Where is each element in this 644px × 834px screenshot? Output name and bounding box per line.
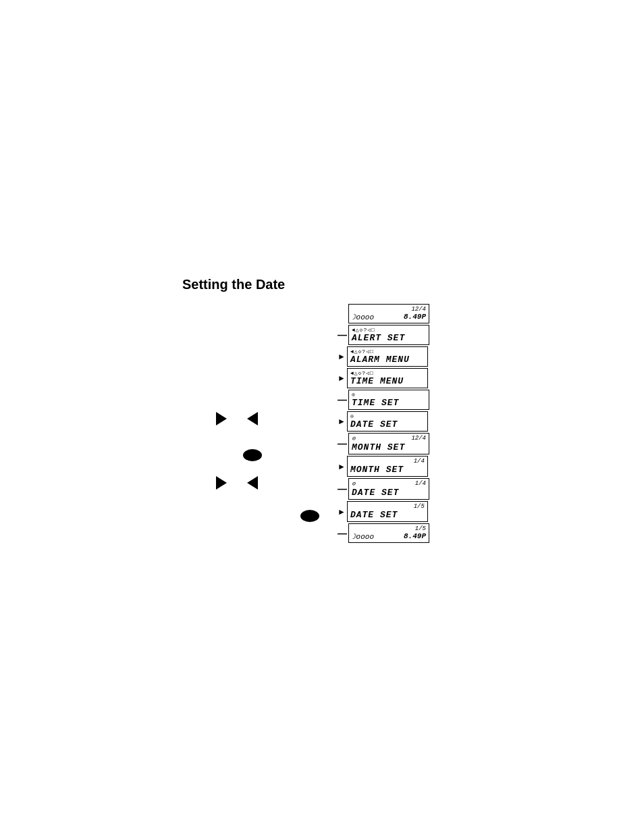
display-icon-4: ⊙ (352, 392, 426, 398)
display-box-2: ◄△◇?◁□ ALARM MENU (347, 346, 428, 367)
display-main-4: TIME SET (352, 398, 426, 408)
display-row-10: — 1/5 ☽oooo 8.49P (338, 523, 446, 543)
display-row-9: ► 1/5 DATE SET (338, 501, 446, 522)
display-main-1: ALERT SET (352, 333, 426, 343)
display-box-9: 1/5 DATE SET (347, 501, 428, 522)
display-icon-6: ⊙ (352, 435, 355, 442)
display-box-7: 1/4 MONTH SET (347, 456, 428, 477)
indicator-dash-8: — (338, 484, 347, 494)
display-row-3: ► ◄△◇?◁□ TIME MENU (338, 368, 446, 388)
display-top-9: 1/5 (350, 503, 425, 510)
display-icon-0: ☽oooo (352, 313, 374, 321)
arrow-right-bottom (216, 476, 227, 490)
display-row-5: ► ⊙ DATE SET (338, 411, 446, 432)
display-box-5: ⊙ DATE SET (347, 411, 428, 432)
display-icon-1: ◄△◇?◁□ (352, 327, 426, 333)
arrow-right-top (216, 412, 227, 425)
indicator-arrow-3: ► (338, 373, 346, 383)
display-icon-8: ⊙ (352, 480, 355, 488)
indicator-arrow-5: ► (338, 417, 346, 426)
display-top-6: 12/4 (411, 435, 426, 442)
display-box-4: ⊙ TIME SET (348, 390, 429, 410)
display-main-7: MONTH SET (350, 465, 425, 475)
page-title: Setting the Date (182, 277, 285, 292)
indicator-dash-4: — (338, 394, 347, 405)
indicator-dash-1: — (338, 330, 347, 340)
display-box-3: ◄△◇?◁□ TIME MENU (347, 368, 428, 388)
display-top-10: 1/5 (352, 525, 426, 532)
display-main-3: TIME MENU (350, 376, 425, 386)
display-icon-2: ◄△◇?◁□ (350, 348, 425, 355)
display-top-7: 1/4 (350, 458, 425, 465)
display-box-1: ◄△◇?◁□ ALERT SET (348, 325, 429, 345)
arrow-left-top (247, 412, 258, 425)
display-box-6: ⊙ 12/4 MONTH SET (348, 433, 429, 454)
display-icon-5: ⊙ (350, 413, 425, 419)
top-arrows-group (216, 412, 258, 425)
display-row-6: — ⊙ 12/4 MONTH SET (338, 433, 446, 454)
indicator-arrow-9: ► (338, 507, 346, 517)
displays-list: 12/4 ☽oooo 8.49P — ◄△◇?◁□ ALERT SET ► ◄△… (338, 304, 446, 544)
display-main-10: 8.49P (404, 532, 426, 541)
indicator-dash-6: — (338, 438, 347, 449)
display-row-2: ► ◄△◇?◁□ ALARM MENU (338, 346, 446, 367)
display-row-1: — ◄△◇?◁□ ALERT SET (338, 325, 446, 345)
display-box-10: 1/5 ☽oooo 8.49P (348, 523, 429, 543)
bottom-oval-button (300, 510, 319, 522)
display-row-4: — ⊙ TIME SET (338, 390, 446, 410)
display-main-6: MONTH SET (352, 442, 426, 452)
display-main-2: ALARM MENU (350, 355, 425, 365)
display-top-0: 12/4 (352, 306, 426, 313)
display-row-8: — ⊙ 1/4 DATE SET (338, 478, 446, 500)
indicator-dash-10: — (338, 528, 347, 539)
display-icon-3: ◄△◇?◁□ (350, 370, 425, 376)
display-icon-10: ☽oooo (352, 532, 374, 541)
display-box-8: ⊙ 1/4 DATE SET (348, 478, 429, 500)
diagram-container: 12/4 ☽oooo 8.49P — ◄△◇?◁□ ALERT SET ► ◄△… (176, 304, 479, 533)
display-main-9: DATE SET (350, 510, 425, 520)
display-main-5: DATE SET (350, 419, 425, 429)
indicator-arrow-7: ► (338, 462, 346, 471)
middle-oval-button (243, 449, 262, 461)
display-box-0: 12/4 ☽oooo 8.49P (348, 304, 429, 323)
indicator-arrow-2: ► (338, 352, 346, 361)
display-row-0: 12/4 ☽oooo 8.49P (338, 304, 446, 323)
display-top-8: 1/4 (415, 480, 426, 488)
bottom-arrows-group (216, 476, 258, 490)
display-row-7: ► 1/4 MONTH SET (338, 456, 446, 477)
arrow-left-bottom (247, 476, 258, 490)
display-main-0: 8.49P (404, 313, 426, 321)
display-main-8: DATE SET (352, 488, 426, 498)
